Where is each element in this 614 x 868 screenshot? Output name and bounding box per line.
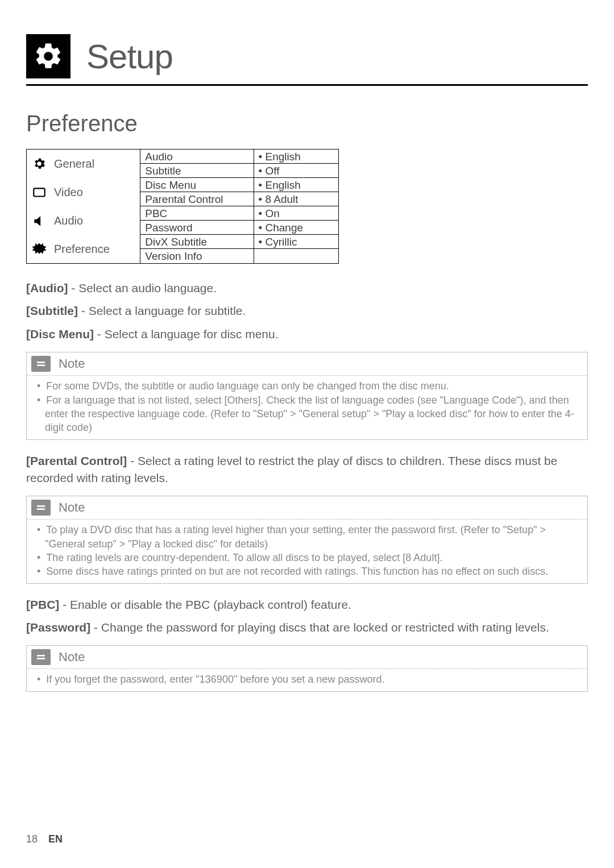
note-body: To play a DVD disc that has a rating lev… bbox=[27, 520, 587, 583]
page-header: Setup bbox=[26, 34, 588, 78]
desc-discmenu: [Disc Menu] - Select a language for disc… bbox=[26, 326, 588, 343]
label: [Disc Menu] bbox=[26, 327, 94, 340]
menu-item-preference[interactable]: Preference bbox=[27, 235, 140, 263]
setting-value: • Cyrillic bbox=[254, 235, 338, 249]
speaker-icon bbox=[30, 214, 48, 229]
setting-value: • 8 Adult bbox=[254, 192, 338, 206]
setting-name[interactable]: Subtitle bbox=[140, 164, 253, 178]
menu-label: Video bbox=[54, 186, 83, 199]
desc-audio: [Audio] - Select an audio language. bbox=[26, 280, 588, 297]
settings-values: • English • Off • English • 8 Adult • On… bbox=[254, 149, 338, 263]
menu-label: Preference bbox=[54, 243, 110, 256]
setting-value: • English bbox=[254, 149, 338, 164]
text: - Select a language for disc menu. bbox=[94, 327, 279, 340]
setting-value: • On bbox=[254, 206, 338, 221]
text: - Change the password for playing discs … bbox=[90, 621, 549, 634]
page-number: 18 bbox=[26, 833, 38, 845]
note-header: Note bbox=[27, 352, 587, 376]
note-item: For some DVDs, the subtitle or audio lan… bbox=[45, 379, 580, 393]
label: [Parental Control] bbox=[26, 454, 127, 467]
note-icon bbox=[31, 649, 51, 665]
menu-label: General bbox=[54, 157, 94, 171]
label: [Password] bbox=[26, 621, 90, 634]
menu-item-video[interactable]: Video bbox=[27, 178, 140, 206]
setting-value: • Off bbox=[254, 164, 338, 178]
note-item: To play a DVD disc that has a rating lev… bbox=[45, 523, 580, 551]
desc-subtitle: [Subtitle] - Select a language for subti… bbox=[26, 302, 588, 319]
note-label: Note bbox=[59, 500, 85, 515]
header-divider bbox=[26, 84, 588, 86]
note-item: For a language that is not listed, selec… bbox=[45, 393, 580, 435]
note-item: Some discs have ratings printed on but a… bbox=[45, 564, 580, 578]
page-footer: 18 EN bbox=[26, 833, 63, 845]
desc-parental: [Parental Control] - Select a rating lev… bbox=[26, 452, 588, 487]
menu-item-audio[interactable]: Audio bbox=[27, 206, 140, 235]
preference-icon bbox=[30, 241, 48, 258]
note-icon bbox=[31, 500, 51, 516]
setting-value: • Change bbox=[254, 221, 338, 235]
text: - Select an audio language. bbox=[68, 281, 217, 294]
setting-name[interactable]: Disc Menu bbox=[140, 178, 253, 192]
menu-categories: General Video Audio Preference bbox=[27, 149, 140, 263]
desc-pbc: [PBC] - Enable or disable the PBC (playb… bbox=[26, 596, 588, 613]
setting-value bbox=[254, 249, 338, 263]
gear-icon bbox=[26, 34, 70, 78]
setting-name[interactable]: PBC bbox=[140, 206, 253, 221]
label: [Subtitle] bbox=[26, 304, 78, 317]
page-title: Setup bbox=[86, 37, 173, 76]
note-body: For some DVDs, the subtitle or audio lan… bbox=[27, 376, 587, 439]
note-label: Note bbox=[59, 356, 85, 371]
menu-item-general[interactable]: General bbox=[27, 149, 140, 178]
note-box: Note To play a DVD disc that has a ratin… bbox=[26, 496, 588, 583]
label: [Audio] bbox=[26, 281, 68, 294]
setting-value: • English bbox=[254, 178, 338, 192]
setting-name[interactable]: Parental Control bbox=[140, 192, 253, 206]
page-lang: EN bbox=[48, 833, 63, 845]
gear-icon bbox=[30, 156, 48, 171]
menu-label: Audio bbox=[54, 214, 83, 227]
monitor-icon bbox=[30, 185, 48, 200]
desc-password: [Password] - Change the password for pla… bbox=[26, 619, 588, 636]
preference-menu: General Video Audio Preference Audio Sub… bbox=[26, 149, 339, 264]
note-icon bbox=[31, 356, 51, 372]
svg-rect-0 bbox=[34, 188, 45, 196]
setting-name[interactable]: Audio bbox=[140, 149, 253, 164]
setting-name[interactable]: Version Info bbox=[140, 249, 253, 263]
note-box: Note For some DVDs, the subtitle or audi… bbox=[26, 352, 588, 439]
note-body: If you forget the password, enter "13690… bbox=[27, 669, 587, 691]
note-item: If you forget the password, enter "13690… bbox=[45, 672, 580, 686]
setting-name[interactable]: DivX Subtitle bbox=[140, 235, 253, 249]
note-item: The rating levels are country-dependent.… bbox=[45, 551, 580, 564]
note-box: Note If you forget the password, enter "… bbox=[26, 645, 588, 691]
section-title: Preference bbox=[26, 111, 588, 136]
note-header: Note bbox=[27, 646, 587, 669]
label: [PBC] bbox=[26, 598, 59, 611]
settings-names: Audio Subtitle Disc Menu Parental Contro… bbox=[140, 149, 253, 263]
text: - Enable or disable the PBC (playback co… bbox=[59, 598, 351, 611]
setting-name[interactable]: Password bbox=[140, 221, 253, 235]
note-label: Note bbox=[59, 650, 85, 665]
note-header: Note bbox=[27, 496, 587, 520]
text: - Select a language for subtitle. bbox=[78, 304, 246, 317]
